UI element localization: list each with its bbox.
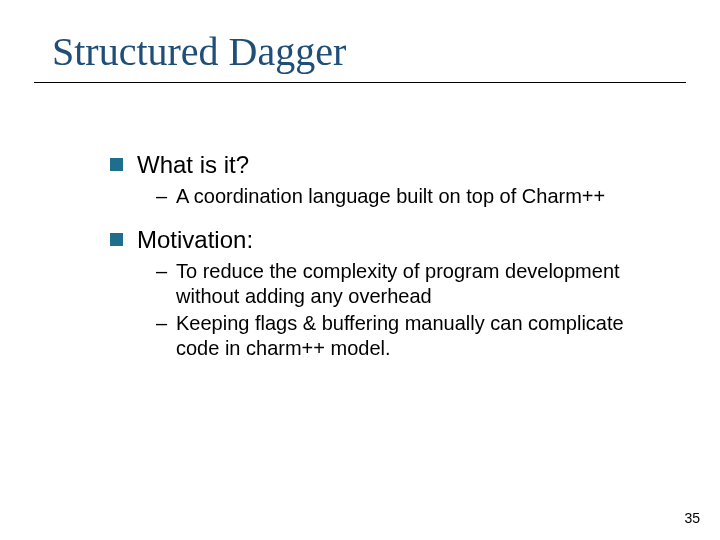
- square-bullet-icon: [110, 233, 123, 246]
- bullet-item: Motivation:: [110, 225, 650, 255]
- dash-bullet-icon: –: [156, 259, 174, 284]
- bullet-text: What is it?: [137, 150, 650, 180]
- bullet-item: What is it?: [110, 150, 650, 180]
- sub-bullet-text: To reduce the complexity of program deve…: [176, 259, 650, 309]
- sub-bullet-item: – To reduce the complexity of program de…: [156, 259, 650, 309]
- slide-title: Structured Dagger: [52, 28, 346, 75]
- bullet-text: Motivation:: [137, 225, 650, 255]
- page-number: 35: [684, 510, 700, 526]
- sub-bullet-item: – A coordination language built on top o…: [156, 184, 650, 209]
- dash-bullet-icon: –: [156, 311, 174, 336]
- square-bullet-icon: [110, 158, 123, 171]
- dash-bullet-icon: –: [156, 184, 174, 209]
- sub-bullet-text: Keeping flags & buffering manually can c…: [176, 311, 650, 361]
- sub-bullet-group: – To reduce the complexity of program de…: [156, 259, 650, 361]
- sub-bullet-text: A coordination language built on top of …: [176, 184, 650, 209]
- slide-body: What is it? – A coordination language bu…: [110, 150, 650, 377]
- title-underline: [34, 82, 686, 83]
- slide: Structured Dagger What is it? – A coordi…: [0, 0, 720, 540]
- sub-bullet-group: – A coordination language built on top o…: [156, 184, 650, 209]
- sub-bullet-item: – Keeping flags & buffering manually can…: [156, 311, 650, 361]
